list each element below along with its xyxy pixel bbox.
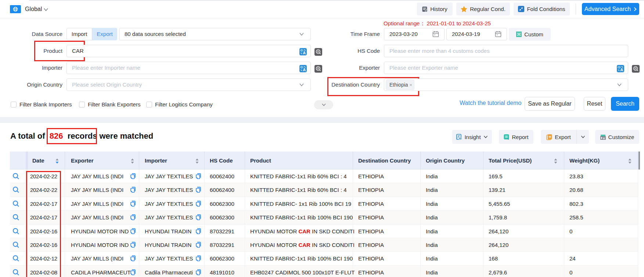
- svg-text:⌘: ⌘: [517, 32, 521, 37]
- svg-text:BI: BI: [459, 137, 462, 140]
- svg-text:A: A: [303, 51, 306, 55]
- svg-text:A: A: [620, 68, 623, 72]
- svg-text:A: A: [303, 68, 306, 72]
